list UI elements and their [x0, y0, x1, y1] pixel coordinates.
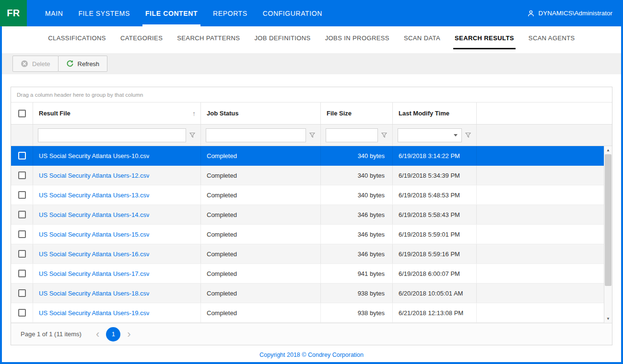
subnav-item[interactable]: CLASSIFICATIONS [41, 26, 113, 49]
file-size-cell: 340 bytes [321, 166, 393, 185]
job-status-cell: Completed [201, 244, 321, 263]
topnav-item-label: MAIN [45, 10, 63, 17]
result-file-link[interactable]: US Social Security Atlanta Users-12.csv [39, 172, 149, 179]
subnav-item[interactable]: JOBS IN PROGRESS [318, 26, 397, 49]
last-modify-filter-dropdown[interactable] [398, 128, 462, 142]
chevron-down-icon [454, 134, 458, 136]
delete-icon [21, 60, 28, 68]
row-checkbox[interactable] [18, 152, 26, 159]
row-checkbox-cell [11, 303, 33, 322]
result-file-filter-icon[interactable] [186, 128, 199, 142]
result-file-link[interactable]: US Social Security Atlanta Users-19.csv [39, 309, 149, 317]
last-modify-filter-icon[interactable] [462, 128, 474, 142]
row-checkbox[interactable] [18, 270, 26, 277]
table-row[interactable]: US Social Security Atlanta Users-10.csv … [11, 146, 604, 166]
file-size-filter-icon[interactable] [378, 128, 390, 142]
column-header-file-size[interactable]: File Size [321, 102, 393, 124]
row-checkbox[interactable] [18, 171, 26, 179]
row-checkbox[interactable] [18, 309, 26, 317]
vertical-scrollbar[interactable]: ▲ ▼ [604, 146, 612, 323]
page-number-button[interactable]: 1 [106, 327, 120, 341]
result-file-link[interactable]: US Social Security Atlanta Users-13.csv [39, 192, 149, 199]
column-header-result-file[interactable]: Result File ↑ [33, 102, 201, 124]
subnav-item[interactable]: SCAN AGENTS [521, 26, 582, 49]
filter-cell-checkbox [11, 125, 33, 146]
row-checkbox[interactable] [18, 191, 26, 199]
user-menu[interactable]: DYNAMICS\Administrator [527, 0, 623, 26]
topnav-item[interactable]: REPORTS [205, 0, 255, 26]
subnav-item[interactable]: SEARCH PATTERNS [170, 26, 247, 49]
subnav-item-label: SEARCH RESULTS [455, 34, 514, 42]
row-checkbox-cell [11, 185, 33, 205]
row-checkbox[interactable] [18, 211, 26, 218]
result-file-link[interactable]: US Social Security Atlanta Users-18.csv [39, 290, 149, 297]
row-checkbox[interactable] [18, 230, 26, 238]
job-status-filter-input[interactable] [206, 128, 306, 142]
sort-ascending-icon[interactable]: ↑ [192, 110, 196, 117]
main-content: CLASSIFICATIONS CATEGORIES SEARCH PATTER… [2, 26, 621, 362]
result-file-link[interactable]: US Social Security Atlanta Users-17.csv [39, 270, 149, 277]
table-row[interactable]: US Social Security Atlanta Users-16.csv … [11, 244, 604, 264]
job-status-cell: Completed [201, 166, 321, 185]
scrollbar-track[interactable] [604, 154, 612, 315]
column-header-last-modify-time[interactable]: Last Modify Time [393, 102, 477, 124]
row-checkbox[interactable] [18, 250, 26, 258]
table-row[interactable]: US Social Security Atlanta Users-19.csv … [11, 303, 604, 323]
table-row[interactable]: US Social Security Atlanta Users-13.csv … [11, 185, 604, 205]
column-header-empty [477, 102, 612, 124]
column-header-job-status[interactable]: Job Status [201, 102, 321, 124]
file-size-cell: 346 bytes [321, 225, 393, 244]
file-size-filter-input[interactable] [326, 128, 378, 142]
subnav-item[interactable]: SEARCH RESULTS [447, 26, 521, 49]
result-file-cell: US Social Security Atlanta Users-10.csv [33, 146, 201, 165]
job-status-filter-icon[interactable] [306, 128, 318, 142]
table-row[interactable]: US Social Security Atlanta Users-17.csv … [11, 264, 604, 284]
topnav-item[interactable]: FILE SYSTEMS [71, 0, 138, 26]
subnav-item[interactable]: JOB DEFINITIONS [247, 26, 317, 49]
group-by-hint[interactable]: Drag a column header here to group by th… [11, 87, 612, 102]
subnav-item[interactable]: SCAN DATA [397, 26, 447, 49]
last-modify-time-cell: 6/19/2018 6:00:07 PM [393, 264, 477, 283]
search-results-grid: Drag a column header here to group by th… [11, 87, 612, 345]
job-status-cell: Completed [201, 205, 321, 224]
row-checkbox-cell [11, 146, 33, 165]
refresh-button[interactable]: Refresh [58, 56, 108, 72]
result-file-link[interactable]: US Social Security Atlanta Users-15.csv [39, 231, 149, 238]
last-modify-time-cell: 6/19/2018 5:59:01 PM [393, 225, 477, 244]
previous-page-icon[interactable]: ‹ [92, 329, 103, 340]
result-file-cell: US Social Security Atlanta Users-12.csv [33, 166, 201, 185]
topnav-item[interactable]: FILE CONTENT [138, 0, 205, 26]
row-checkbox[interactable] [18, 289, 26, 297]
next-page-icon[interactable]: › [123, 329, 134, 340]
scroll-up-icon[interactable]: ▲ [604, 146, 612, 154]
last-modify-time-cell: 6/20/2018 10:05:01 AM [393, 284, 477, 303]
file-size-cell: 938 bytes [321, 284, 393, 303]
select-all-checkbox[interactable] [18, 110, 26, 117]
topnav-item[interactable]: MAIN [37, 0, 71, 26]
subnav-item-label: JOBS IN PROGRESS [325, 34, 389, 42]
empty-cell [477, 146, 604, 165]
file-size-cell: 346 bytes [321, 205, 393, 224]
empty-cell [477, 284, 604, 303]
app-logo[interactable]: FR [0, 0, 27, 26]
result-file-link[interactable]: US Social Security Atlanta Users-10.csv [39, 152, 149, 159]
file-size-cell: 941 bytes [321, 264, 393, 283]
result-file-filter-input[interactable] [38, 128, 186, 142]
row-checkbox-cell [11, 284, 33, 303]
scrollbar-thumb[interactable] [605, 154, 611, 286]
empty-cell [477, 185, 604, 205]
toolbar: Delete Refresh [2, 53, 621, 74]
delete-button[interactable]: Delete [12, 56, 59, 72]
result-file-link[interactable]: US Social Security Atlanta Users-16.csv [39, 250, 149, 258]
file-size-cell: 340 bytes [321, 146, 393, 165]
file-size-cell: 346 bytes [321, 244, 393, 263]
table-row[interactable]: US Social Security Atlanta Users-12.csv … [11, 166, 604, 185]
table-row[interactable]: US Social Security Atlanta Users-18.csv … [11, 284, 604, 303]
subnav-item-label: SCAN AGENTS [529, 34, 575, 42]
topnav-item[interactable]: CONFIGURATION [255, 0, 330, 26]
table-row[interactable]: US Social Security Atlanta Users-14.csv … [11, 205, 604, 225]
table-row[interactable]: US Social Security Atlanta Users-15.csv … [11, 225, 604, 244]
subnav-item[interactable]: CATEGORIES [113, 26, 170, 49]
scroll-down-icon[interactable]: ▼ [604, 315, 612, 323]
result-file-link[interactable]: US Social Security Atlanta Users-14.csv [39, 211, 149, 218]
